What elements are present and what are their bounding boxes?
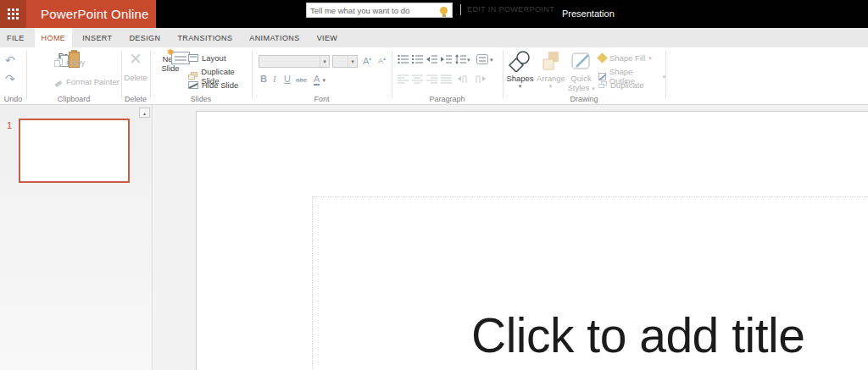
document-title[interactable]: Presentation (562, 0, 615, 28)
line-spacing-button[interactable]: ▾ (455, 54, 470, 64)
slide-thumbnail-panel: 1 ▴ (0, 105, 153, 370)
shape-fill-button[interactable]: Shape Fill ▾ (598, 53, 652, 63)
ribbon-group-delete: ✕ Delete Delete (121, 47, 150, 104)
format-painter-label: Format Painter (66, 77, 120, 86)
slide-editor-area: Click to add title (153, 105, 868, 370)
copy-icon (54, 58, 63, 67)
justify-button[interactable] (441, 74, 452, 84)
ribbon-group-paragraph: ▾ ▾ Paragraph (392, 47, 503, 104)
lightbulb-icon (440, 7, 448, 14)
ribbon-group-undo: ↶ ↷ Undo (0, 47, 26, 104)
delete-label: Delete (121, 73, 150, 82)
brand-area: PowerPoint Online (0, 0, 156, 28)
font-group-label: Font (252, 95, 392, 103)
duplicate-icon (598, 81, 607, 89)
tab-home[interactable]: HOME (35, 28, 73, 47)
delete-group-label: Delete (121, 95, 150, 103)
undo-group-label: Undo (0, 95, 26, 103)
tab-file[interactable]: FILE (0, 28, 31, 47)
shapes-button[interactable]: Shapes ▾ (506, 50, 534, 99)
align-right-button[interactable] (426, 74, 437, 84)
shrink-font-button[interactable]: A▴ (378, 55, 386, 65)
increase-indent-button[interactable] (441, 54, 452, 64)
ribbon-group-slides: ✱ New Slide Layout Duplicate Slide Hide … (150, 47, 252, 104)
slide-canvas[interactable]: Click to add title (196, 111, 868, 370)
ribbon: ↶ ↷ Undo Paste Copy Format Painter Clipb… (0, 47, 868, 105)
clipboard-group-label: Clipboard (26, 95, 121, 103)
powerpoint-online-window: PowerPoint Online Presentation FILE HOME… (0, 0, 868, 370)
tell-me-input[interactable] (307, 6, 440, 15)
new-slide-button[interactable]: ✱ New Slide (157, 51, 184, 98)
app-title: PowerPoint Online (26, 7, 149, 21)
tab-insert[interactable]: INSERT (75, 28, 119, 47)
layout-icon (188, 54, 198, 62)
left-to-right-button[interactable] (474, 74, 486, 84)
hide-slide-icon (188, 81, 198, 89)
panel-scroll-up-button[interactable]: ▴ (139, 108, 150, 118)
copy-button[interactable]: Copy (54, 58, 85, 67)
bold-button[interactable]: B (260, 74, 267, 84)
edit-in-powerpoint-button[interactable]: EDIT IN POWERPOINT (467, 0, 554, 19)
paragraph-group-label: Paragraph (392, 95, 503, 103)
tab-animations[interactable]: ANIMATIONS (242, 28, 306, 47)
waffle-icon (8, 8, 19, 19)
arrange-icon (540, 50, 562, 72)
tabbar-divider (460, 4, 461, 15)
ribbon-group-clipboard: Paste Copy Format Painter Clipboard (26, 47, 121, 104)
workspace: 1 ▴ Click to add title (0, 105, 868, 370)
shape-outline-icon (598, 73, 606, 80)
quick-styles-label-1: Quick (567, 74, 595, 83)
font-name-combo[interactable]: ▾ (259, 55, 330, 68)
new-slide-label-2: Slide (157, 64, 184, 73)
shape-fill-label: Shape Fill (609, 53, 645, 63)
delete-icon[interactable]: ✕ (121, 51, 150, 67)
align-text-button[interactable]: ▾ (476, 54, 493, 64)
decrease-indent-button[interactable] (426, 54, 437, 64)
tab-design[interactable]: DESIGN (122, 28, 167, 47)
layout-button[interactable]: Layout (188, 53, 226, 63)
tab-view[interactable]: VIEW (310, 28, 345, 47)
arrange-label: Arrange (537, 74, 565, 83)
shape-fill-icon (597, 52, 608, 64)
undo-button[interactable]: ↶ (5, 54, 15, 66)
app-launcher-button[interactable] (0, 0, 26, 28)
duplicate-slide-icon (188, 72, 198, 80)
title-placeholder[interactable]: Click to add title (312, 196, 868, 370)
group-separator (665, 50, 666, 99)
quick-styles-label-2: Styles ▾ (567, 83, 595, 92)
numbering-button[interactable] (412, 54, 423, 64)
layout-label: Layout (202, 53, 226, 63)
italic-button[interactable]: I (273, 74, 276, 84)
bullets-button[interactable] (398, 54, 409, 64)
underline-button[interactable]: U (284, 74, 291, 84)
slides-group-label: Slides (150, 95, 252, 103)
arrange-button[interactable]: Arrange ▾ (537, 50, 565, 99)
font-size-combo[interactable]: ▾ (332, 55, 358, 68)
format-painter-icon (54, 78, 63, 86)
copy-label: Copy (66, 58, 85, 67)
shapes-icon (509, 50, 532, 72)
ribbon-group-drawing: Shapes ▾ Arrange ▾ Quick Styles ▾ (503, 47, 665, 104)
slide-1-thumbnail[interactable] (19, 119, 130, 183)
right-to-left-button[interactable] (458, 74, 470, 84)
title-placeholder-text[interactable]: Click to add title (471, 307, 804, 363)
strikethrough-button[interactable]: abc (296, 76, 307, 84)
hide-slide-label: Hide Slide (202, 80, 238, 90)
hide-slide-button[interactable]: Hide Slide (188, 80, 238, 90)
font-color-button[interactable]: A ▾ (314, 74, 326, 86)
quick-styles-button[interactable]: Quick Styles ▾ (567, 50, 595, 99)
redo-button[interactable]: ↷ (5, 73, 15, 85)
duplicate-button[interactable]: Duplicate (598, 80, 644, 90)
tell-me-search-box (306, 3, 453, 18)
drawing-group-label: Drawing (503, 95, 665, 103)
format-painter-button[interactable]: Format Painter (54, 77, 120, 86)
tab-transitions[interactable]: TRANSITIONS (170, 28, 239, 47)
slide-number: 1 (7, 120, 12, 130)
shapes-label: Shapes (506, 74, 534, 83)
ribbon-tab-bar: FILE HOME INSERT DESIGN TRANSITIONS ANIM… (0, 28, 868, 47)
grow-font-button[interactable]: A▴ (363, 55, 371, 66)
quick-styles-icon (570, 50, 593, 72)
duplicate-label: Duplicate (610, 80, 644, 90)
align-center-button[interactable] (412, 74, 423, 84)
align-left-button[interactable] (398, 74, 409, 84)
